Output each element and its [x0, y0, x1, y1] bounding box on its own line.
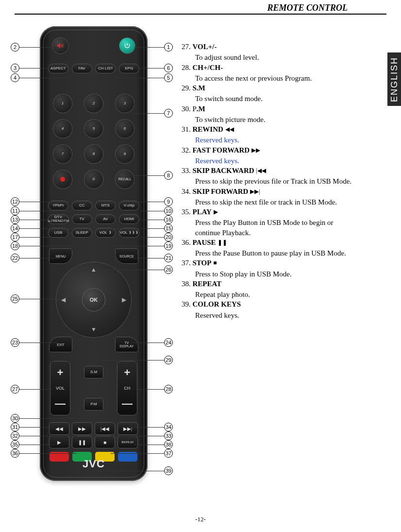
record-button[interactable]: [53, 170, 72, 189]
fast-forward-button[interactable]: ▶▶: [72, 423, 92, 434]
repeat-button[interactable]: REPEAT: [118, 436, 137, 448]
leader: [19, 220, 51, 220]
page-number: -12-: [0, 515, 401, 523]
vol-plus[interactable]: +: [57, 366, 64, 379]
leader: [134, 445, 164, 445]
leader: [19, 202, 50, 202]
leader: [140, 211, 164, 211]
callout-4: 4: [11, 73, 19, 82]
ch-plus[interactable]: +: [124, 366, 131, 379]
ch-label: CH: [124, 386, 131, 391]
leader: [19, 211, 74, 211]
num-0[interactable]: 0: [84, 170, 103, 189]
ypbpr-button[interactable]: YPbPr: [49, 201, 68, 210]
leader: [140, 237, 164, 238]
epg-button[interactable]: EPG: [119, 64, 139, 73]
exit-button[interactable]: EXIT: [50, 337, 72, 352]
num-2[interactable]: 2: [84, 94, 103, 113]
leader: [19, 427, 54, 428]
arrow-right-icon[interactable]: ▶: [122, 296, 126, 304]
leader: [19, 78, 69, 78]
callout-12: 12: [11, 197, 19, 206]
callout-8: 8: [164, 171, 173, 180]
leader: [19, 237, 51, 238]
num-3[interactable]: 3: [116, 94, 134, 113]
recall-button[interactable]: RECALL: [116, 170, 134, 189]
vol-up-preset[interactable]: VOL❩❩❩: [119, 228, 139, 237]
header-rule: [15, 14, 386, 15]
tv-display-button[interactable]: TV DISPLAY: [116, 337, 138, 352]
num-8[interactable]: 8: [84, 145, 103, 163]
ch-minus[interactable]: —: [122, 397, 133, 410]
mute-button[interactable]: [52, 38, 68, 53]
vol-rocker[interactable]: + VOL —: [50, 361, 70, 415]
callout-30: 30: [11, 414, 19, 423]
aspect-button[interactable]: ASPECT: [49, 64, 68, 73]
leader: [19, 436, 77, 436]
leader: [19, 343, 57, 343]
vol-minus[interactable]: —: [55, 397, 66, 410]
arrow-up-icon[interactable]: ▲: [91, 266, 97, 274]
chlist-button[interactable]: CH LIST: [96, 64, 115, 73]
leader: [134, 175, 164, 176]
ch-rocker[interactable]: + CH —: [117, 361, 137, 415]
leader: [114, 78, 164, 78]
leader: [140, 220, 164, 220]
arrow-down-icon[interactable]: ▼: [91, 326, 97, 333]
hdmi-button[interactable]: HDMI: [119, 215, 139, 223]
callout-20: 20: [164, 233, 173, 241]
play-button[interactable]: ▶: [50, 436, 69, 448]
vchip-button[interactable]: V-chip: [119, 201, 139, 210]
num-1[interactable]: 1: [53, 94, 72, 113]
num-7[interactable]: 7: [53, 145, 72, 163]
leader: [19, 389, 52, 390]
stop-button[interactable]: ■: [95, 436, 115, 448]
dtv-strength-button[interactable]: DTV STRENGTH: [49, 215, 68, 223]
pause-button[interactable]: ❚❚: [72, 436, 92, 448]
ok-button[interactable]: OK: [83, 289, 105, 311]
callout-29: 29: [164, 356, 173, 364]
callout-25: 25: [11, 294, 19, 303]
leader: [19, 299, 63, 299]
pm-button[interactable]: P.M: [84, 398, 103, 410]
source-button[interactable]: SOURCE: [116, 249, 138, 263]
callout-27: 27: [11, 385, 19, 394]
leader: [19, 453, 77, 454]
media-row-1: ◀◀ ▶▶ |◀◀ ▶▶|: [50, 423, 138, 434]
language-tab: ENGLISH: [387, 52, 401, 106]
usb-button[interactable]: USB: [49, 228, 68, 237]
vol-down-preset[interactable]: VOL❩: [96, 228, 115, 237]
arrow-left-icon[interactable]: ◀: [61, 296, 66, 304]
leader: [132, 113, 164, 114]
tv-button[interactable]: TV: [72, 215, 92, 223]
av-button[interactable]: AV: [96, 215, 115, 223]
leader: [135, 47, 164, 48]
leader: [134, 427, 164, 428]
num-5[interactable]: 5: [84, 120, 103, 138]
power-button[interactable]: [119, 38, 135, 53]
num-9[interactable]: 9: [116, 145, 134, 163]
mts-button[interactable]: MTS: [96, 201, 115, 210]
callout-33: 33: [164, 431, 173, 440]
description-list: 27. VOL+/- To adjust sound level. 28. CH…: [182, 42, 385, 320]
callout-22: 22: [11, 254, 19, 262]
num-6[interactable]: 6: [116, 120, 134, 138]
skip-back-button[interactable]: |◀◀: [95, 423, 115, 434]
sm-button[interactable]: S.M: [84, 366, 103, 378]
dpad: ▲ ▼ ◀ ▶ OK: [56, 262, 131, 337]
callout-5: 5: [164, 73, 173, 82]
skip-forward-button[interactable]: ▶▶|: [118, 423, 137, 434]
cc-button[interactable]: CC: [72, 201, 92, 210]
remote-illustration: ASPECT FAV CH LIST EPG 1 2 3 4 5 6 7 8 9…: [40, 26, 148, 481]
fav-button[interactable]: FAV: [72, 64, 92, 73]
callout-21: 21: [164, 254, 173, 262]
num-4[interactable]: 4: [53, 120, 72, 138]
vol-label: VOL: [56, 386, 65, 391]
menu-button[interactable]: MENU: [50, 249, 72, 263]
leader: [107, 270, 164, 270]
leader: [19, 228, 74, 229]
sleep-button[interactable]: SLEEP: [72, 228, 92, 237]
callout-39: 39: [164, 466, 173, 475]
rewind-button[interactable]: ◀◀: [50, 423, 69, 434]
skip-forward-icon: ▶▶|: [250, 188, 260, 195]
